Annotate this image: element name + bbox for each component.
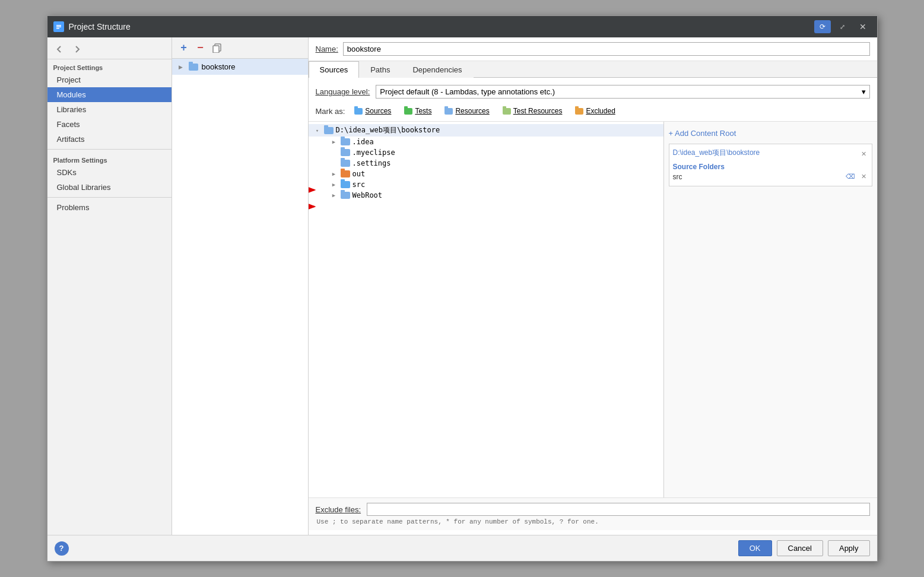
dropdown-arrow-icon: ▾ [862, 87, 866, 96]
tree-item-webroot[interactable]: ▶ WebRoot [309, 190, 663, 201]
dialog-body: Project Settings Project Modules Librari… [47, 37, 877, 535]
exclude-files-input[interactable] [367, 503, 869, 516]
settings-label: .settings [353, 159, 391, 167]
add-content-root-button[interactable]: + Add Content Root [669, 126, 872, 140]
sidebar-item-sdks[interactable]: SDKs [47, 165, 172, 180]
svg-rect-3 [56, 28, 59, 29]
module-bookstore[interactable]: ▶ bookstore [172, 59, 308, 75]
src-label: src [353, 180, 366, 189]
cancel-button[interactable]: Cancel [777, 540, 823, 556]
sync-button[interactable]: ⟳ [814, 20, 831, 33]
file-tree: ▾ D:\idea_web项目\bookstore ▶ .idea [309, 122, 663, 497]
add-module-button[interactable]: + [177, 41, 191, 55]
out-expand-arrow: ▶ [330, 170, 338, 178]
copy-module-button[interactable] [210, 41, 224, 55]
webroot-expand-arrow: ▶ [330, 191, 338, 199]
myeclipse-expand-arrow [330, 148, 338, 157]
sidebar-item-facets[interactable]: Facets [47, 117, 172, 132]
language-level-label: Language level: [316, 87, 370, 96]
nav-back-button[interactable] [52, 42, 66, 56]
tabs-bar: Sources Paths Dependencies [309, 61, 877, 78]
close-button[interactable]: ✕ [855, 20, 871, 33]
sidebar-item-project[interactable]: Project [47, 72, 172, 87]
exclude-hint: Use ; to separate name patterns, * for a… [316, 518, 870, 525]
mark-as-sources[interactable]: Sources [351, 106, 395, 116]
idea-expand-arrow: ▶ [330, 138, 338, 146]
test-resources-folder-icon [503, 108, 511, 115]
source-folder-src-name: src [673, 173, 682, 181]
name-input[interactable] [343, 42, 870, 56]
sidebar-item-artifacts[interactable]: Artifacts [47, 132, 172, 147]
settings-folder-icon [341, 160, 350, 167]
language-level-row: Language level: Project default (8 - Lam… [309, 83, 877, 103]
file-tree-area: ▾ D:\idea_web项目\bookstore ▶ .idea [309, 121, 877, 497]
root-expand-arrow: ▾ [313, 126, 322, 135]
root-path-label: D:\idea_web项目\bookstore [336, 125, 440, 135]
module-name-label: bookstore [202, 62, 236, 71]
src-expand-arrow: ▶ [330, 180, 338, 189]
dialog-title: Project Structure [69, 22, 131, 31]
help-button[interactable]: ? [55, 541, 69, 556]
sidebar-item-libraries[interactable]: Libraries [47, 102, 172, 117]
ok-button[interactable]: OK [738, 540, 772, 556]
content-root-path: D:\idea_web项目\bookstore [673, 148, 760, 158]
language-level-select[interactable]: Project default (8 - Lambdas, type annot… [376, 85, 869, 99]
module-folder-icon [189, 64, 198, 71]
tab-paths[interactable]: Paths [359, 61, 401, 78]
webroot-label: WebRoot [353, 191, 383, 199]
name-field-label: Name: [316, 45, 338, 53]
excluded-folder-icon [575, 108, 583, 115]
mark-as-excluded[interactable]: Excluded [571, 106, 618, 116]
mark-as-row: Mark as: Sources Tests Resources [309, 103, 877, 121]
sources-folder-icon [354, 108, 363, 115]
sidebar-item-problems[interactable]: Problems [47, 200, 172, 215]
sidebar-item-modules[interactable]: Modules [47, 87, 172, 102]
svg-rect-5 [213, 46, 219, 53]
mark-test-resources-label: Test Resources [513, 107, 563, 115]
tree-item-settings[interactable]: .settings [309, 158, 663, 169]
language-level-value: Project default (8 - Lambdas, type annot… [380, 87, 555, 96]
bottom-bar: ? OK Cancel Apply [47, 535, 877, 561]
nav-forward-button[interactable] [70, 42, 84, 56]
add-content-root-label: + Add Content Root [669, 129, 736, 138]
webroot-folder-icon [341, 192, 350, 199]
mark-as-tests[interactable]: Tests [401, 106, 435, 116]
mark-resources-label: Resources [455, 107, 489, 115]
tree-item-idea[interactable]: ▶ .idea [309, 137, 663, 147]
tab-sources[interactable]: Sources [309, 61, 360, 78]
mark-as-test-resources[interactable]: Test Resources [499, 106, 566, 116]
remove-content-root-button[interactable]: ✕ [859, 150, 868, 158]
myeclipse-label: .myeclipse [353, 148, 395, 157]
content-root-header: D:\idea_web项目\bookstore ✕ [673, 148, 868, 160]
resources-folder-icon [444, 108, 453, 115]
tree-item-myeclipse[interactable]: .myeclipse [309, 147, 663, 158]
out-label: out [353, 170, 366, 178]
apply-button[interactable]: Apply [828, 540, 870, 556]
sidebar-item-global-libraries[interactable]: Global Libraries [47, 180, 172, 195]
root-folder-icon [324, 127, 334, 134]
main-content: Name: Sources Paths Dependencies Languag… [309, 37, 877, 535]
src-folder-icon [341, 181, 350, 188]
tree-item-out[interactable]: ▶ out [309, 169, 663, 179]
project-structure-dialog: Project Structure ⟳ ⤢ ✕ Project Settings… [47, 15, 878, 562]
sidebar-divider-1 [47, 149, 172, 150]
remove-module-button[interactable]: − [193, 41, 208, 55]
mark-as-resources[interactable]: Resources [441, 106, 493, 116]
exclude-files-label: Exclude files: [316, 505, 361, 514]
close-source-folder-button[interactable]: ✕ [859, 172, 868, 181]
title-bar: Project Structure ⟳ ⤢ ✕ [47, 16, 877, 37]
mark-sources-label: Sources [365, 107, 391, 115]
tree-item-src[interactable]: ▶ src [309, 179, 663, 190]
expand-button[interactable]: ⤢ [834, 20, 851, 33]
idea-folder-icon [341, 138, 350, 145]
tests-folder-icon [404, 108, 412, 115]
name-row: Name: [309, 37, 877, 61]
expand-arrow-bookstore: ▶ [177, 63, 185, 71]
sources-content: Language level: Project default (8 - Lam… [309, 78, 877, 535]
title-bar-left: Project Structure [53, 21, 131, 32]
title-bar-buttons: ⟳ ⤢ ✕ [814, 20, 871, 33]
tab-dependencies[interactable]: Dependencies [401, 61, 473, 78]
tree-root[interactable]: ▾ D:\idea_web项目\bookstore [309, 124, 663, 137]
svg-rect-1 [56, 25, 61, 26]
remove-source-folder-button[interactable]: ⌫ [844, 172, 857, 181]
